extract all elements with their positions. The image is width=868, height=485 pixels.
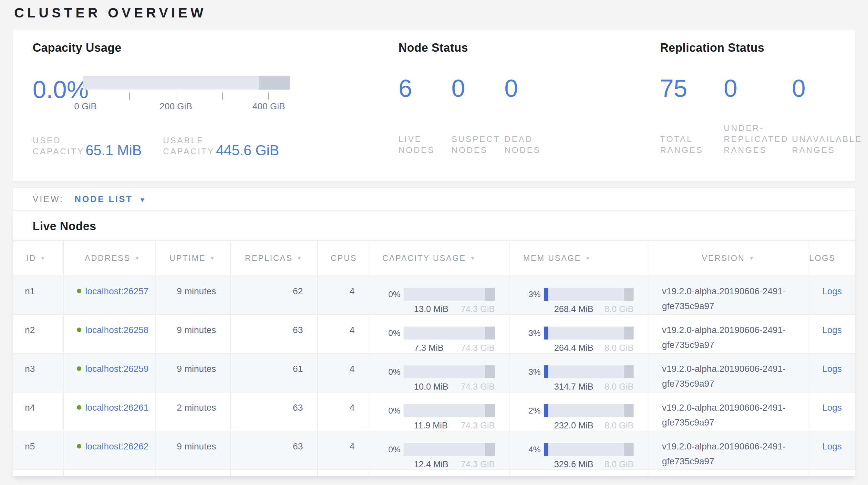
mem-bar-fill xyxy=(544,404,548,417)
capacity-percent: 0.0% xyxy=(33,77,83,102)
live-nodes-panel: Live Nodes ID ▼ ADDRESS ▼ UPTIME ▼ xyxy=(13,211,855,476)
replicas-cell: 63 xyxy=(231,393,318,434)
view-selector-dropdown[interactable]: NODE LIST ▼ xyxy=(74,194,146,204)
node-address-cell: localhost:26258 xyxy=(64,315,156,356)
capacity-bar xyxy=(404,365,495,378)
node-id-cell: n5 xyxy=(13,431,64,473)
uptime-cell: 2 minutes xyxy=(156,393,231,434)
replication-status-stats: 75 TOTAL RANGES 0 UNDER-REPLICATED RANGE… xyxy=(660,76,868,155)
version-cell: v19.2.0-alpha.20190606-2491-gfe735c9a97 xyxy=(648,276,809,317)
column-header[interactable]: REPLICAS ▼ xyxy=(231,241,318,276)
mem-bar-fill xyxy=(544,288,548,301)
column-header-label: REPLICAS xyxy=(245,254,293,263)
column-header[interactable]: CPUS xyxy=(318,241,369,276)
stat-value: 0 xyxy=(504,76,550,101)
column-header[interactable]: LOGS xyxy=(809,241,855,276)
capacity-percent-label: 0% xyxy=(382,445,404,454)
mem-bar-fill xyxy=(544,365,548,378)
mem-bar xyxy=(544,443,633,456)
stat-value: 75 xyxy=(660,76,716,101)
version-cell: v19.2.0-alpha.20190606-2491-gfe735c9a97 xyxy=(648,354,809,395)
sort-desc-icon: ▼ xyxy=(749,255,755,262)
node-status-stats: 6 LIVE NODES 0 SUSPECT NODES 0 DEAD NODE… xyxy=(399,76,660,155)
column-header[interactable]: MEM USAGE ▼ xyxy=(509,241,648,276)
mem-bar-end-segment xyxy=(624,404,633,417)
node-address-link[interactable]: localhost:26257 xyxy=(85,284,150,299)
stat-value: 0 xyxy=(792,76,868,101)
node-address-link[interactable]: localhost:26262 xyxy=(85,439,150,454)
capacity-bar-track xyxy=(83,76,290,90)
usable-capacity-label: USABLE CAPACITY xyxy=(163,135,212,157)
logs-cell: Logs xyxy=(809,276,855,317)
capacity-percent-label: 0% xyxy=(382,290,404,298)
page-title: CLUSTER OVERVIEW xyxy=(14,5,207,21)
node-address-cell: localhost:26262 xyxy=(64,431,156,473)
mem-percent-label: 3% xyxy=(523,290,544,298)
column-header-label: CAPACITY USAGE xyxy=(382,254,466,263)
logs-link[interactable]: Logs xyxy=(822,441,842,451)
cpus-cell: 4 xyxy=(318,315,369,356)
sort-desc-icon: ▼ xyxy=(297,255,303,262)
capacity-bar xyxy=(404,404,495,417)
used-capacity-label: USED CAPACITY xyxy=(33,135,82,157)
column-header-label: UPTIME xyxy=(169,254,206,263)
column-header-label: ADDRESS xyxy=(85,254,130,263)
replicas-cell: 63 xyxy=(231,431,318,473)
summary-stat: 0 DEAD NODES xyxy=(504,76,557,155)
sort-desc-icon: ▼ xyxy=(210,255,216,262)
summary-stat: 75 TOTAL RANGES xyxy=(660,76,724,155)
column-header-label: CPUS xyxy=(331,254,357,263)
logs-link[interactable]: Logs xyxy=(822,364,842,374)
stat-value: 0 xyxy=(452,76,497,101)
column-header[interactable]: VERSION ▼ xyxy=(648,241,809,276)
column-header[interactable]: CAPACITY USAGE ▼ xyxy=(369,241,509,276)
cluster-overview-page: CLUSTER OVERVIEW Capacity Usage 0.0% 0 G… xyxy=(0,0,868,485)
node-id-cell: n4 xyxy=(13,393,64,434)
node-live-icon xyxy=(77,289,82,293)
node-address-link[interactable]: localhost:26261 xyxy=(85,400,150,415)
node-id-cell: n1 xyxy=(13,276,64,317)
logs-link[interactable]: Logs xyxy=(822,286,842,296)
uptime-cell: 9 minutes xyxy=(156,276,231,317)
sort-desc-icon: ▼ xyxy=(134,255,141,262)
table-row: n5 localhost:26262 9 minutes 63 4 0% xyxy=(13,431,855,469)
mem-usage-cell: 3% 264.4 MiB 8.0 GiB xyxy=(509,315,648,356)
node-address-cell: localhost:26259 xyxy=(64,354,156,395)
capacity-usage-cell: 0% 10.0 MiB 74.3 GiB xyxy=(369,354,509,395)
table-row: n3 localhost:26259 9 minutes 61 4 0% xyxy=(13,353,855,392)
column-header[interactable]: ID ▼ xyxy=(13,241,64,276)
capacity-bar xyxy=(404,443,495,456)
mem-usage-cell: 4% 329.6 MiB 8.0 GiB xyxy=(509,431,648,473)
node-address-link[interactable]: localhost:26259 xyxy=(85,362,150,376)
summary-stat: 6 LIVE NODES xyxy=(399,76,452,155)
mem-bar-end-segment xyxy=(624,288,633,301)
cpus-cell: 4 xyxy=(318,431,369,473)
capacity-usage-cell: 0% 13.0 MiB 74.3 GiB xyxy=(369,276,509,317)
capacity-bar-end-segment xyxy=(485,365,495,378)
capacity-bar-end-segment xyxy=(485,288,495,301)
used-capacity-value: 65.1 MiB xyxy=(86,144,142,157)
capacity-usage-cell: 0% 7.3 MiB 74.3 GiB xyxy=(369,315,509,356)
axis-tick-label: 400 GiB xyxy=(252,101,285,112)
capacity-usage-cell: 0% 12.4 MiB 74.3 GiB xyxy=(369,431,509,473)
replicas-cell: 62 xyxy=(231,276,318,317)
chevron-down-icon: ▼ xyxy=(139,196,146,204)
stat-label: TOTAL RANGES xyxy=(660,134,716,155)
column-header[interactable]: UPTIME ▼ xyxy=(156,241,231,276)
partial-next-row xyxy=(13,469,855,476)
cpus-cell: 4 xyxy=(318,276,369,317)
summary-stat: 0 UNAVAILABLE RANGES xyxy=(792,76,868,155)
capacity-bar-end-segment xyxy=(485,443,495,456)
stat-value: 6 xyxy=(399,76,444,101)
node-address-link[interactable]: localhost:26258 xyxy=(85,323,150,338)
column-header-label: MEM USAGE xyxy=(523,254,581,263)
logs-link[interactable]: Logs xyxy=(822,325,842,335)
summary-stat: 0 SUSPECT NODES xyxy=(452,76,504,155)
table-row: n4 localhost:26261 2 minutes 63 4 0% xyxy=(13,392,855,431)
version-cell: v19.2.0-alpha.20190606-2491-gfe735c9a97 xyxy=(648,315,809,356)
capacity-percent-label: 0% xyxy=(382,329,404,337)
column-header[interactable]: ADDRESS ▼ xyxy=(64,241,156,276)
mem-bar xyxy=(544,365,633,378)
logs-link[interactable]: Logs xyxy=(822,403,842,412)
view-bar: VIEW: NODE LIST ▼ xyxy=(13,188,855,211)
